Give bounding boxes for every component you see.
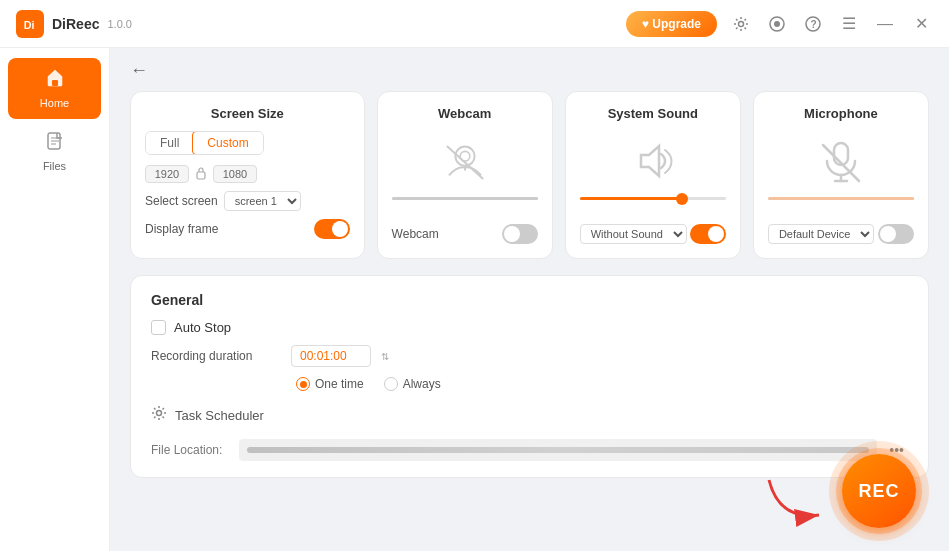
screen-select[interactable]: screen 1 xyxy=(224,191,301,211)
back-button[interactable]: ← xyxy=(130,60,154,81)
system-sound-title: System Sound xyxy=(580,106,726,121)
file-location-label: File Location: xyxy=(151,443,231,457)
duration-spinner[interactable]: ⇅ xyxy=(381,351,389,362)
auto-stop-checkbox[interactable] xyxy=(151,320,166,335)
autostop-row: Auto Stop xyxy=(151,320,908,335)
system-sound-toggle[interactable] xyxy=(690,224,726,244)
display-frame-toggle[interactable] xyxy=(314,219,350,239)
minimize-icon[interactable]: — xyxy=(873,12,897,36)
svg-text:?: ? xyxy=(811,19,817,30)
cards-row: Screen Size Full Custom Select screen sc… xyxy=(130,91,929,259)
rec-area: REC xyxy=(759,441,929,541)
main-layout: Home Files ← Screen Size Full Custom xyxy=(0,48,949,551)
system-sound-slider-thumb xyxy=(676,193,688,205)
sidebar-item-home[interactable]: Home xyxy=(8,58,101,119)
toggle-thumb xyxy=(332,221,348,237)
webcam-label: Webcam xyxy=(392,227,439,241)
system-sound-card-bottom: Without Sound xyxy=(580,224,726,244)
tab-custom[interactable]: Custom xyxy=(192,131,263,155)
webcam-toggle-thumb xyxy=(504,226,520,242)
duration-input[interactable] xyxy=(291,345,371,367)
home-icon xyxy=(45,68,65,93)
radio-always-label: Always xyxy=(403,377,441,391)
microphone-card: Microphone xyxy=(753,91,929,259)
system-sound-card: System Sound xyxy=(565,91,741,259)
svg-point-4 xyxy=(774,21,780,27)
display-frame-label: Display frame xyxy=(145,222,218,236)
sidebar-item-home-label: Home xyxy=(40,97,69,109)
microphone-slider-fill xyxy=(768,197,914,200)
microphone-toggle[interactable] xyxy=(878,224,914,244)
files-icon xyxy=(46,131,64,156)
sidebar: Home Files xyxy=(0,48,110,551)
svg-rect-7 xyxy=(52,80,58,86)
microphone-select[interactable]: Default Device xyxy=(768,224,874,244)
webcam-card-bottom: Webcam xyxy=(392,224,538,244)
auto-stop-label: Auto Stop xyxy=(174,320,231,335)
screen-size-title: Screen Size xyxy=(145,106,350,121)
sidebar-item-files-label: Files xyxy=(43,160,66,172)
titlebar-left: Di DiReec 1.0.0 xyxy=(16,10,132,38)
app-logo: Di xyxy=(16,10,44,38)
radio-row: One time Always xyxy=(151,377,908,391)
screen-size-card: Screen Size Full Custom Select screen sc… xyxy=(130,91,365,259)
radio-always[interactable]: Always xyxy=(384,377,441,391)
select-screen-row: Select screen screen 1 xyxy=(145,191,350,211)
width-input[interactable] xyxy=(145,165,189,183)
screen-size-tabs: Full Custom xyxy=(145,131,264,155)
titlebar-right: ♥ Upgrade ? ☰ — ✕ xyxy=(626,11,933,37)
help-icon[interactable]: ? xyxy=(801,12,825,36)
sidebar-item-files[interactable]: Files xyxy=(8,121,101,182)
task-scheduler-label: Task Scheduler xyxy=(175,408,264,423)
radio-one-time-label: One time xyxy=(315,377,364,391)
sound-select[interactable]: Without Sound xyxy=(580,224,687,244)
webcam-icon-area xyxy=(392,131,538,191)
radio-one-time[interactable]: One time xyxy=(296,377,364,391)
duration-row: Recording duration ⇅ xyxy=(151,345,908,367)
lock-icon xyxy=(195,166,207,183)
webcam-slider-fill xyxy=(392,197,538,200)
webcam-card: Webcam Webcam xyxy=(377,91,553,259)
titlebar: Di DiReec 1.0.0 ♥ Upgrade ? ☰ — ✕ xyxy=(0,0,949,48)
general-title: General xyxy=(151,292,908,308)
system-sound-icon-area xyxy=(580,131,726,191)
upgrade-button[interactable]: ♥ Upgrade xyxy=(626,11,717,37)
svg-point-18 xyxy=(157,411,162,416)
radio-one-time-dot xyxy=(300,381,307,388)
system-sound-slider-area xyxy=(580,191,726,216)
radio-always-circle xyxy=(384,377,398,391)
content-area: ← Screen Size Full Custom Select s xyxy=(110,48,949,551)
svg-text:Di: Di xyxy=(24,18,35,30)
webcam-title: Webcam xyxy=(392,106,538,121)
system-sound-slider[interactable] xyxy=(580,197,726,200)
rec-button[interactable]: REC xyxy=(842,454,916,528)
arrow-container xyxy=(759,470,839,533)
webcam-slider[interactable] xyxy=(392,197,538,200)
settings-icon[interactable] xyxy=(729,12,753,36)
svg-point-2 xyxy=(739,21,744,26)
task-scheduler-row[interactable]: Task Scheduler xyxy=(151,405,908,425)
record-circle-icon[interactable] xyxy=(765,12,789,36)
microphone-slider[interactable] xyxy=(768,197,914,200)
rec-button-outer: REC xyxy=(829,441,929,541)
rec-button-middle: REC xyxy=(836,448,922,534)
webcam-toggle[interactable] xyxy=(502,224,538,244)
dimensions-row xyxy=(145,165,350,183)
system-sound-toggle-thumb xyxy=(708,226,724,242)
arrow-svg xyxy=(759,470,839,530)
menu-icon[interactable]: ☰ xyxy=(837,12,861,36)
radio-one-time-circle xyxy=(296,377,310,391)
app-version: 1.0.0 xyxy=(107,18,131,30)
svg-rect-9 xyxy=(197,172,205,179)
microphone-dropdown-row: Default Device xyxy=(768,224,874,244)
app-name: DiReec xyxy=(52,16,99,32)
tab-full[interactable]: Full xyxy=(146,132,193,154)
close-icon[interactable]: ✕ xyxy=(909,12,933,36)
microphone-toggle-thumb xyxy=(880,226,896,242)
webcam-slider-area xyxy=(392,191,538,216)
system-sound-slider-fill xyxy=(580,197,682,200)
height-input[interactable] xyxy=(213,165,257,183)
gear-icon xyxy=(151,405,167,425)
microphone-icon-area xyxy=(768,131,914,191)
microphone-slider-area xyxy=(768,191,914,216)
